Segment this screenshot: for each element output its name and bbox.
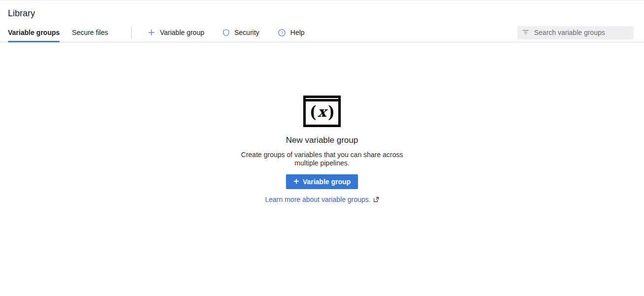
toolbar: Variable groups Secure files Variable gr…: [0, 23, 644, 42]
shield-icon: [223, 29, 229, 36]
tab-secure-files-label: Secure files: [72, 29, 108, 36]
empty-state-title: New variable group: [0, 135, 644, 145]
help-button[interactable]: ? Help: [278, 29, 305, 36]
window-titlebar: [306, 98, 338, 101]
plus-icon: [293, 178, 299, 186]
learn-more-link[interactable]: Learn more about variable groups.: [265, 196, 370, 203]
create-variable-group-button[interactable]: Variable group: [286, 174, 358, 189]
plus-icon: [148, 29, 155, 36]
external-link-icon: [373, 197, 379, 202]
tab-variable-groups-label: Variable groups: [8, 29, 60, 36]
add-variable-group-label: Variable group: [160, 29, 204, 36]
search-input[interactable]: [534, 29, 629, 36]
empty-state-description: Create groups of variables that you can …: [241, 151, 403, 167]
icon-paren-open: (: [310, 104, 316, 120]
toolbar-actions: Variable group Security ? Help: [148, 23, 304, 42]
icon-paren-close: ): [328, 104, 334, 120]
security-label: Security: [234, 29, 259, 36]
help-circle-icon: ?: [278, 29, 286, 36]
empty-state: ( x ) New variable group Create groups o…: [0, 42, 644, 203]
create-variable-group-label: Variable group: [303, 178, 351, 186]
page-header: Library: [0, 0, 644, 19]
tab-variable-groups[interactable]: Variable groups: [8, 23, 60, 42]
page-title: Library: [8, 8, 644, 19]
variable-group-window-icon: ( x ): [303, 96, 341, 127]
learn-more-row: Learn more about variable groups.: [0, 196, 644, 203]
add-variable-group-button[interactable]: Variable group: [148, 29, 204, 36]
toolbar-divider: [131, 27, 132, 38]
svg-text:?: ?: [281, 30, 283, 35]
tab-secure-files[interactable]: Secure files: [72, 23, 108, 42]
filter-icon: [522, 28, 529, 37]
help-label: Help: [290, 29, 305, 36]
tab-bar: Variable groups Secure files: [8, 23, 120, 42]
search-box[interactable]: [517, 26, 634, 39]
security-button[interactable]: Security: [223, 29, 259, 36]
icon-variable-x: x: [317, 105, 327, 119]
